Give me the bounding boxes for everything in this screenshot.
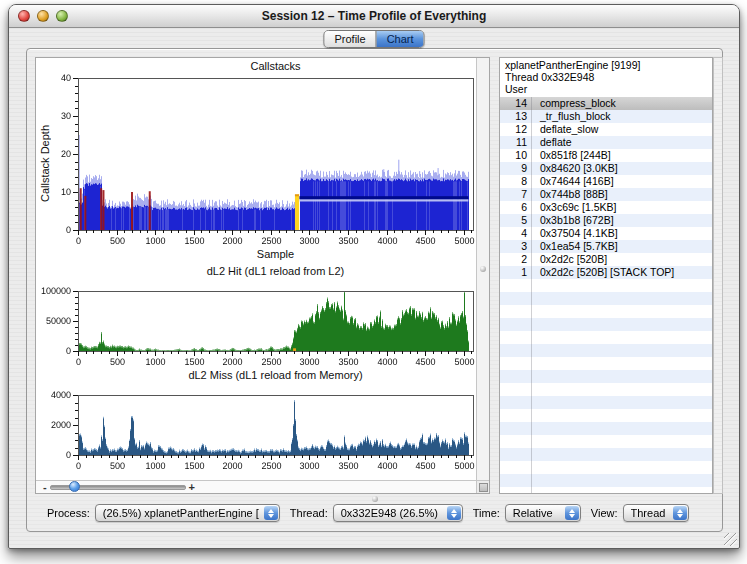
time-popup[interactable]: Relative	[505, 504, 581, 522]
zoom-slider-thumb[interactable]	[69, 481, 80, 492]
popup-stepper-icon	[565, 506, 579, 520]
thread-popup[interactable]: 0x332E948 (26.5%)	[333, 504, 463, 522]
stack-row[interactable]	[500, 383, 712, 396]
callstack-header: xplanetPantherEngine [9199] Thread 0x332…	[500, 58, 712, 98]
vertical-scrollbar-track[interactable]	[476, 58, 489, 482]
stack-row[interactable]	[500, 305, 712, 318]
stack-row[interactable]: 30x1ea54 [5.7KB]	[500, 240, 712, 253]
stack-row[interactable]: 60x3c69c [1.5KB]	[500, 201, 712, 214]
stack-row[interactable]	[500, 409, 712, 422]
stack-row[interactable]: 90x84620 [3.0KB]	[500, 162, 712, 175]
popup-stepper-icon	[264, 506, 278, 520]
process-name-line: xplanetPantherEngine [9199]	[505, 59, 707, 71]
view-popup[interactable]: Thread	[623, 504, 689, 522]
stack-row[interactable]	[500, 396, 712, 409]
stack-row[interactable]: 50x3b1b8 [672B]	[500, 214, 712, 227]
zoom-slider-track[interactable]	[50, 485, 186, 490]
stack-row[interactable]	[500, 435, 712, 448]
stack-row[interactable]: 80x74644 [416B]	[500, 175, 712, 188]
popup-stepper-icon	[673, 506, 687, 520]
callstack-panel: xplanetPantherEngine [9199] Thread 0x332…	[499, 57, 713, 494]
stack-row[interactable]: 40x37504 [4.1KB]	[500, 227, 712, 240]
stack-row[interactable]: 20x2d2c [520B]	[500, 253, 712, 266]
dl2-hit-chart[interactable]	[36, 285, 478, 369]
stack-row[interactable]	[500, 487, 712, 493]
dl2-miss-chart[interactable]	[36, 389, 478, 473]
stack-row[interactable]: 12deflate_slow	[500, 123, 712, 136]
panel-scrollbar-track[interactable]	[713, 57, 723, 494]
stack-row[interactable]: 10x2d2c [520B] [STACK TOP]	[500, 266, 712, 279]
horizontal-scrollbar-track[interactable]: - +	[36, 480, 478, 493]
app-window: Session 12 – Time Profile of Everything …	[8, 4, 740, 549]
content-box: Callstacks Callstack Depth Sample dL2 Hi…	[26, 48, 723, 532]
zoom-slider[interactable]: - +	[40, 481, 198, 493]
window-body: Profile Chart Callstacks Callstack Depth…	[9, 27, 739, 548]
stack-row[interactable]	[500, 344, 712, 357]
stack-row[interactable]: 14compress_block	[500, 97, 712, 110]
mode-line: User	[505, 83, 707, 95]
thread-line: Thread 0x332E948	[505, 71, 707, 83]
stack-row[interactable]	[500, 461, 712, 474]
stack-row[interactable]	[500, 448, 712, 461]
stack-row[interactable]	[500, 279, 712, 292]
popup-stepper-icon	[447, 506, 461, 520]
stack-row[interactable]	[500, 292, 712, 305]
stack-row[interactable]	[500, 370, 712, 383]
stack-row[interactable]: 11deflate	[500, 136, 712, 149]
callstacks-chart[interactable]	[36, 72, 478, 248]
dl2-hit-title: dL2 Hit (dL1 reload from L2)	[78, 265, 473, 277]
stack-row[interactable]	[500, 357, 712, 370]
stack-row[interactable]	[500, 318, 712, 331]
tab-chart[interactable]: Chart	[376, 31, 424, 47]
callstacks-title: Callstacks	[78, 60, 473, 72]
scroll-corner	[476, 480, 489, 493]
zoom-out-icon[interactable]: -	[40, 482, 50, 492]
view-tabs: Profile Chart	[323, 30, 424, 48]
stack-row[interactable]	[500, 331, 712, 344]
stack-list: 14compress_block13_tr_flush_block12defla…	[500, 97, 712, 493]
splitter-dimple-icon[interactable]	[480, 266, 486, 272]
resize-grip[interactable]	[724, 533, 737, 546]
time-label: Time:	[473, 507, 500, 519]
view-label: View:	[591, 507, 618, 519]
process-label: Process:	[47, 507, 90, 519]
dl2-miss-title: dL2 Miss (dL1 reload from Memory)	[78, 369, 473, 381]
screen: Session 12 – Time Profile of Everything …	[0, 0, 747, 564]
title-bar[interactable]: Session 12 – Time Profile of Everything	[9, 5, 739, 28]
window-title: Session 12 – Time Profile of Everything	[9, 5, 739, 27]
process-popup[interactable]: (26.5%) xplanetPantherEngine [9199]	[95, 504, 280, 522]
grow-box-icon	[479, 483, 488, 492]
stack-row[interactable]: 13_tr_flush_block	[500, 110, 712, 123]
stack-row[interactable]	[500, 474, 712, 487]
stack-row[interactable]	[500, 422, 712, 435]
tab-profile[interactable]: Profile	[324, 31, 375, 47]
callstacks-x-axis-label: Sample	[78, 248, 473, 260]
pane-splitter[interactable]	[490, 57, 499, 494]
controls-bar: Process: (26.5%) xplanetPantherEngine [9…	[27, 501, 722, 525]
thread-label: Thread:	[290, 507, 328, 519]
stack-row[interactable]: 100x851f8 [244B]	[500, 149, 712, 162]
zoom-in-icon[interactable]: +	[186, 482, 198, 492]
chart-pane: Callstacks Callstack Depth Sample dL2 Hi…	[35, 57, 490, 494]
stack-row[interactable]: 70x744b8 [88B]	[500, 188, 712, 201]
